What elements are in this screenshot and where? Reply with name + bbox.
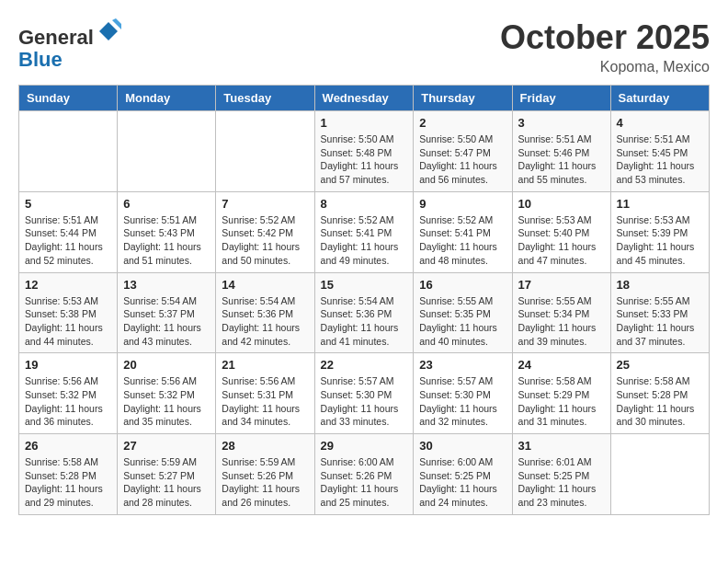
location: Kopoma, Mexico [500,59,710,75]
calendar-cell: 10Sunrise: 5:53 AMSunset: 5:40 PMDayligh… [512,191,610,272]
day-number: 10 [518,197,605,211]
calendar-cell: 19Sunrise: 5:56 AMSunset: 5:32 PMDayligh… [19,353,118,434]
svg-marker-0 [99,22,118,40]
day-number: 13 [123,278,210,292]
day-number: 4 [617,116,703,130]
day-number: 3 [518,116,605,130]
day-number: 24 [518,358,605,372]
day-info: Sunrise: 5:55 AMSunset: 5:35 PMDaylight:… [419,294,506,349]
calendar-cell: 26Sunrise: 5:58 AMSunset: 5:28 PMDayligh… [19,434,118,515]
day-info: Sunrise: 5:59 AMSunset: 5:26 PMDaylight:… [222,455,308,510]
day-number: 11 [617,197,703,211]
calendar-cell: 16Sunrise: 5:55 AMSunset: 5:35 PMDayligh… [414,272,512,353]
calendar-cell: 8Sunrise: 5:52 AMSunset: 5:41 PMDaylight… [314,191,414,272]
day-info: Sunrise: 6:00 AMSunset: 5:26 PMDaylight:… [321,455,408,510]
month-info: October 2025 Kopoma, Mexico [500,18,710,75]
calendar-cell: 7Sunrise: 5:52 AMSunset: 5:42 PMDaylight… [216,191,314,272]
day-number: 28 [222,439,308,453]
day-info: Sunrise: 5:56 AMSunset: 5:31 PMDaylight:… [222,374,308,429]
day-info: Sunrise: 5:50 AMSunset: 5:47 PMDaylight:… [419,132,506,187]
weekday-header-wednesday: Wednesday [314,86,414,111]
day-number: 27 [123,439,210,453]
day-number: 26 [25,439,111,453]
calendar-body: 1Sunrise: 5:50 AMSunset: 5:48 PMDaylight… [19,111,710,515]
day-info: Sunrise: 5:57 AMSunset: 5:30 PMDaylight:… [419,374,506,429]
day-info: Sunrise: 5:50 AMSunset: 5:48 PMDaylight:… [321,132,408,187]
day-number: 23 [419,358,506,372]
calendar-cell [610,434,709,515]
calendar-week-row: 1Sunrise: 5:50 AMSunset: 5:48 PMDaylight… [19,111,710,192]
calendar-cell: 31Sunrise: 6:01 AMSunset: 5:25 PMDayligh… [512,434,610,515]
day-info: Sunrise: 5:58 AMSunset: 5:28 PMDaylight:… [25,455,111,510]
day-number: 22 [321,358,408,372]
logo-general-text: General [18,26,94,49]
day-info: Sunrise: 5:58 AMSunset: 5:29 PMDaylight:… [518,374,605,429]
calendar-cell: 1Sunrise: 5:50 AMSunset: 5:48 PMDaylight… [314,111,414,192]
calendar-cell: 22Sunrise: 5:57 AMSunset: 5:30 PMDayligh… [314,353,414,434]
day-number: 1 [321,116,408,130]
day-number: 31 [518,439,605,453]
day-number: 29 [321,439,408,453]
day-number: 5 [25,197,111,211]
weekday-header-monday: Monday [118,86,216,111]
weekday-header-sunday: Sunday [19,86,118,111]
calendar-cell: 28Sunrise: 5:59 AMSunset: 5:26 PMDayligh… [216,434,314,515]
day-number: 12 [25,278,111,292]
day-info: Sunrise: 5:51 AMSunset: 5:43 PMDaylight:… [123,213,210,268]
day-number: 8 [321,197,408,211]
day-info: Sunrise: 5:54 AMSunset: 5:36 PMDaylight:… [222,294,308,349]
page-header: General Blue October 2025 Kopoma, Mexico [18,18,710,75]
day-info: Sunrise: 5:57 AMSunset: 5:30 PMDaylight:… [321,374,408,429]
day-number: 25 [617,358,703,372]
day-number: 17 [518,278,605,292]
calendar-cell [216,111,314,192]
calendar-cell: 30Sunrise: 6:00 AMSunset: 5:25 PMDayligh… [414,434,512,515]
day-info: Sunrise: 5:54 AMSunset: 5:37 PMDaylight:… [123,294,210,349]
day-info: Sunrise: 5:55 AMSunset: 5:33 PMDaylight:… [617,294,703,349]
calendar-cell: 24Sunrise: 5:58 AMSunset: 5:29 PMDayligh… [512,353,610,434]
calendar-week-row: 5Sunrise: 5:51 AMSunset: 5:44 PMDaylight… [19,191,710,272]
calendar-cell: 13Sunrise: 5:54 AMSunset: 5:37 PMDayligh… [118,272,216,353]
day-info: Sunrise: 5:51 AMSunset: 5:46 PMDaylight:… [518,132,605,187]
calendar-cell: 2Sunrise: 5:50 AMSunset: 5:47 PMDaylight… [414,111,512,192]
logo-blue-text: Blue [18,48,63,71]
calendar-cell: 5Sunrise: 5:51 AMSunset: 5:44 PMDaylight… [19,191,118,272]
weekday-header-friday: Friday [512,86,610,111]
day-number: 7 [222,197,308,211]
calendar-cell: 6Sunrise: 5:51 AMSunset: 5:43 PMDaylight… [118,191,216,272]
calendar-week-row: 12Sunrise: 5:53 AMSunset: 5:38 PMDayligh… [19,272,710,353]
day-number: 15 [321,278,408,292]
day-info: Sunrise: 5:59 AMSunset: 5:27 PMDaylight:… [123,455,210,510]
weekday-header-row: SundayMondayTuesdayWednesdayThursdayFrid… [19,86,710,111]
day-info: Sunrise: 5:51 AMSunset: 5:45 PMDaylight:… [617,132,703,187]
calendar-cell: 4Sunrise: 5:51 AMSunset: 5:45 PMDaylight… [610,111,709,192]
calendar-cell: 15Sunrise: 5:54 AMSunset: 5:36 PMDayligh… [314,272,414,353]
calendar-table: SundayMondayTuesdayWednesdayThursdayFrid… [18,85,710,515]
calendar-cell: 3Sunrise: 5:51 AMSunset: 5:46 PMDaylight… [512,111,610,192]
month-title: October 2025 [500,18,710,57]
day-info: Sunrise: 5:52 AMSunset: 5:41 PMDaylight:… [321,213,408,268]
day-info: Sunrise: 5:53 AMSunset: 5:38 PMDaylight:… [25,294,111,349]
calendar-cell: 11Sunrise: 5:53 AMSunset: 5:39 PMDayligh… [610,191,709,272]
calendar-cell: 14Sunrise: 5:54 AMSunset: 5:36 PMDayligh… [216,272,314,353]
day-number: 18 [617,278,703,292]
day-info: Sunrise: 5:53 AMSunset: 5:40 PMDaylight:… [518,213,605,268]
calendar-cell: 21Sunrise: 5:56 AMSunset: 5:31 PMDayligh… [216,353,314,434]
day-info: Sunrise: 5:58 AMSunset: 5:28 PMDaylight:… [617,374,703,429]
weekday-header-thursday: Thursday [414,86,512,111]
day-number: 14 [222,278,308,292]
day-info: Sunrise: 5:56 AMSunset: 5:32 PMDaylight:… [123,374,210,429]
calendar-cell: 29Sunrise: 6:00 AMSunset: 5:26 PMDayligh… [314,434,414,515]
weekday-header-tuesday: Tuesday [216,86,314,111]
day-number: 20 [123,358,210,372]
calendar-week-row: 19Sunrise: 5:56 AMSunset: 5:32 PMDayligh… [19,353,710,434]
day-number: 2 [419,116,506,130]
calendar-cell [118,111,216,192]
calendar-cell: 12Sunrise: 5:53 AMSunset: 5:38 PMDayligh… [19,272,118,353]
day-number: 9 [419,197,506,211]
calendar-cell: 25Sunrise: 5:58 AMSunset: 5:28 PMDayligh… [610,353,709,434]
day-info: Sunrise: 6:01 AMSunset: 5:25 PMDaylight:… [518,455,605,510]
weekday-header-saturday: Saturday [610,86,709,111]
calendar-cell [19,111,118,192]
day-number: 6 [123,197,210,211]
